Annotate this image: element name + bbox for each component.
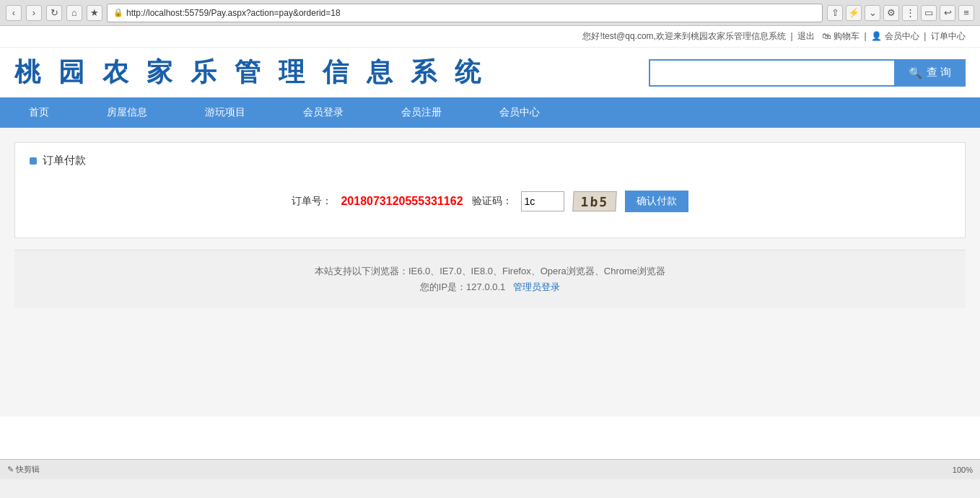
extensions-button[interactable]: ⚙ xyxy=(883,5,899,21)
browser-statusbar: ✎ 快剪辑 100% xyxy=(0,459,980,479)
window-button[interactable]: ▭ xyxy=(921,5,937,21)
confirm-payment-button[interactable]: 确认付款 xyxy=(625,191,688,212)
admin-login-link[interactable]: 管理员登录 xyxy=(513,281,560,292)
nav-register[interactable]: 会员注册 xyxy=(372,97,471,128)
member-center-link[interactable]: 会员中心 xyxy=(885,31,919,41)
site-logo: 桃 园 农 家 乐 管 理 信 息 系 统 xyxy=(14,55,649,90)
nav-home[interactable]: 首页 xyxy=(0,97,78,128)
page-wrapper: 您好!test@qq.com,欢迎来到桃园农家乐管理信息系统 | 退出 🛍 购物… xyxy=(0,26,980,459)
search-button[interactable]: 🔍 查 询 xyxy=(894,59,966,87)
ip-info: 您的IP是：127.0.0.1 管理员登录 xyxy=(26,281,954,294)
forward-button[interactable]: › xyxy=(26,5,42,21)
captcha-input[interactable] xyxy=(521,191,564,211)
cart-link[interactable]: 购物车 xyxy=(834,31,859,41)
bookmark-button[interactable]: ★ xyxy=(87,5,102,21)
member-icon: 👤 xyxy=(871,31,882,41)
lock-icon: 🔒 xyxy=(113,8,123,17)
grid-button[interactable]: ⋮ xyxy=(902,5,918,21)
url-text: http://localhost:55759/Pay.aspx?action=p… xyxy=(126,8,341,18)
expand-button[interactable]: ⌄ xyxy=(865,5,880,21)
browser-support-text: 本站支持以下浏览器：IE6.0、IE7.0、IE8.0、Firefox、Oper… xyxy=(26,265,954,278)
quick-edit-icon[interactable]: ✎ 快剪辑 xyxy=(7,465,40,473)
order-number: 2018073120555331162 xyxy=(341,195,463,208)
home-button[interactable]: ⌂ xyxy=(66,5,82,21)
menu-button[interactable]: ≡ xyxy=(958,5,974,21)
statusbar-right: 100% xyxy=(953,466,973,474)
search-box: 🔍 查 询 xyxy=(649,59,966,87)
nav-rooms[interactable]: 房屋信息 xyxy=(78,97,176,128)
cart-icon: 🛍 xyxy=(822,31,831,41)
main-content: 订单付款 订单号： 2018073120555331162 验证码： 1b5 确… xyxy=(0,128,980,416)
address-bar[interactable]: 🔒 http://localhost:55759/Pay.aspx?action… xyxy=(107,4,823,22)
logout-link[interactable]: 退出 xyxy=(797,31,815,41)
zoom-level: 100% xyxy=(953,466,973,474)
nav-login[interactable]: 会员登录 xyxy=(274,97,372,128)
welcome-text: 您好!test@qq.com,欢迎来到桃园农家乐管理信息系统 xyxy=(582,31,786,41)
search-btn-label: 查 询 xyxy=(927,66,951,79)
site-header: 桃 园 农 家 乐 管 理 信 息 系 统 🔍 查 询 xyxy=(0,48,980,97)
section-title: 订单付款 xyxy=(30,154,950,167)
reload-button[interactable]: ↻ xyxy=(46,5,62,21)
ip-text: 您的IP是：127.0.0.1 xyxy=(420,281,506,292)
order-center-link[interactable]: 订单中心 xyxy=(931,31,966,41)
search-icon: 🔍 xyxy=(909,66,922,79)
statusbar-left: ✎ 快剪辑 xyxy=(7,464,47,475)
payment-form: 订单号： 2018073120555331162 验证码： 1b5 确认付款 xyxy=(30,176,950,227)
captcha-label: 验证码： xyxy=(472,195,512,208)
share-button[interactable]: ⇧ xyxy=(827,5,843,21)
section-dot xyxy=(30,157,37,165)
search-input[interactable] xyxy=(649,59,894,87)
browser-toolbar: ‹ › ↻ ⌂ ★ 🔒 http://localhost:55759/Pay.a… xyxy=(0,0,980,26)
captcha-image[interactable]: 1b5 xyxy=(572,191,616,211)
order-payment-section: 订单付款 订单号： 2018073120555331162 验证码： 1b5 确… xyxy=(14,142,966,238)
order-label: 订单号： xyxy=(292,195,332,208)
back-button[interactable]: ‹ xyxy=(6,5,22,21)
browser-actions: ⇧ ⚡ ⌄ ⚙ ⋮ ▭ ↩ ≡ xyxy=(827,5,974,21)
nav-activities[interactable]: 游玩项目 xyxy=(176,97,274,128)
undo-button[interactable]: ↩ xyxy=(940,5,955,21)
section-title-text: 订单付款 xyxy=(43,154,86,167)
nav-member[interactable]: 会员中心 xyxy=(471,97,569,128)
lightning-button[interactable]: ⚡ xyxy=(846,5,862,21)
user-bar: 您好!test@qq.com,欢迎来到桃园农家乐管理信息系统 | 退出 🛍 购物… xyxy=(0,26,980,48)
main-nav: 首页 房屋信息 游玩项目 会员登录 会员注册 会员中心 xyxy=(0,97,980,128)
site-footer: 本站支持以下浏览器：IE6.0、IE7.0、IE8.0、Firefox、Oper… xyxy=(14,250,966,308)
